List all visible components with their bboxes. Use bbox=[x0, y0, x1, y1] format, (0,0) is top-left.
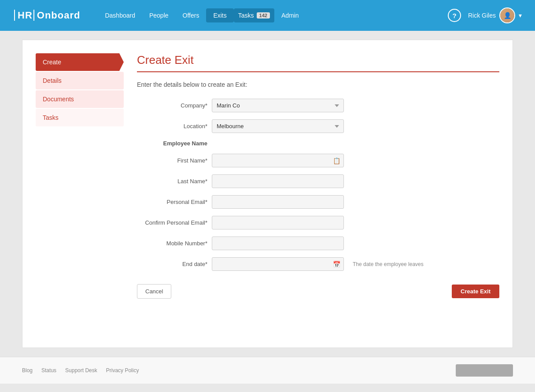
confirm-email-input[interactable] bbox=[212, 216, 344, 229]
sidebar-item-details[interactable]: Details bbox=[36, 72, 124, 89]
location-label: Location* bbox=[137, 123, 207, 129]
sidebar-item-create[interactable]: Create bbox=[36, 53, 124, 71]
username-label: Rick Giles bbox=[468, 12, 496, 19]
company-label: Company* bbox=[137, 102, 207, 109]
page-title: Create Exit bbox=[137, 53, 499, 67]
footer-links: Blog Status Support Desk Privacy Policy bbox=[22, 367, 139, 374]
help-button[interactable]: ? bbox=[448, 9, 461, 22]
navbar: HROnboard Dashboard People Offers Exits … bbox=[0, 0, 535, 31]
avatar: 👤 bbox=[499, 7, 515, 23]
confirm-email-row: Confirm Personal Email* bbox=[137, 216, 499, 229]
tasks-count-badge: 142 bbox=[257, 12, 270, 18]
personal-email-input[interactable] bbox=[212, 195, 344, 209]
end-date-input-wrap: 📅 bbox=[212, 257, 344, 271]
nav-admin[interactable]: Admin bbox=[274, 8, 306, 22]
mobile-row: Mobile Number* bbox=[137, 237, 499, 250]
nav-right: ? Rick Giles 👤 ▾ bbox=[448, 7, 522, 23]
create-exit-button[interactable]: Create Exit bbox=[452, 285, 499, 298]
brand-logo: HROnboard bbox=[13, 10, 80, 21]
last-name-row: Last Name* bbox=[137, 174, 499, 188]
sidebar-item-documents[interactable]: Documents bbox=[36, 90, 124, 108]
confirm-email-label: Confirm Personal Email* bbox=[137, 219, 207, 226]
mobile-input[interactable] bbox=[212, 237, 344, 250]
last-name-label: Last Name* bbox=[137, 178, 207, 185]
end-date-label: End date* bbox=[137, 261, 207, 267]
end-date-input[interactable] bbox=[212, 257, 344, 271]
sidebar: Create Details Documents Tasks bbox=[36, 53, 124, 299]
personal-email-row: Personal Email* bbox=[137, 195, 499, 209]
nav-tasks[interactable]: Tasks 142 bbox=[234, 8, 274, 22]
last-name-input[interactable] bbox=[212, 174, 344, 188]
user-menu[interactable]: Rick Giles 👤 ▾ bbox=[468, 7, 522, 23]
first-name-input-wrap: 📋 bbox=[212, 154, 344, 167]
first-name-row: First Name* 📋 bbox=[137, 154, 499, 167]
form-intro: Enter the details below to create an Exi… bbox=[137, 81, 499, 88]
nav-dashboard[interactable]: Dashboard bbox=[98, 8, 142, 22]
mobile-label: Mobile Number* bbox=[137, 240, 207, 247]
nav-links: Dashboard People Offers Exits Tasks 142 … bbox=[98, 8, 448, 22]
dropdown-icon: ▾ bbox=[519, 12, 522, 19]
employee-name-row: Employee Name bbox=[137, 140, 499, 147]
form-actions: Cancel Create Exit bbox=[137, 284, 499, 299]
footer: Blog Status Support Desk Privacy Policy bbox=[0, 357, 535, 384]
footer-privacy[interactable]: Privacy Policy bbox=[106, 367, 139, 374]
nav-offers[interactable]: Offers bbox=[176, 8, 207, 22]
cancel-button[interactable]: Cancel bbox=[137, 284, 171, 299]
sidebar-item-tasks[interactable]: Tasks bbox=[36, 109, 124, 126]
nav-exits[interactable]: Exits bbox=[206, 8, 233, 22]
calendar-icon: 📋 bbox=[333, 157, 340, 164]
date-calendar-icon[interactable]: 📅 bbox=[333, 261, 340, 268]
company-row: Company* Marin Co bbox=[137, 99, 499, 112]
footer-support[interactable]: Support Desk bbox=[65, 367, 97, 374]
content-area: Create Details Documents Tasks Create Ex… bbox=[22, 40, 513, 312]
nav-people[interactable]: People bbox=[142, 8, 176, 22]
location-select[interactable]: Melbourne bbox=[212, 119, 344, 133]
footer-logo-placeholder bbox=[456, 364, 513, 377]
personal-email-label: Personal Email* bbox=[137, 199, 207, 205]
main-wrapper: Create Details Documents Tasks Create Ex… bbox=[22, 40, 513, 348]
footer-status[interactable]: Status bbox=[41, 367, 56, 374]
end-date-row: End date* 📅 The date the employee leaves bbox=[137, 257, 499, 271]
location-row: Location* Melbourne bbox=[137, 119, 499, 133]
first-name-input[interactable] bbox=[212, 154, 344, 167]
footer-blog[interactable]: Blog bbox=[22, 367, 33, 374]
first-name-label: First Name* bbox=[137, 157, 207, 164]
end-date-hint: The date the employee leaves bbox=[353, 261, 424, 267]
form-area: Create Exit Enter the details below to c… bbox=[137, 53, 499, 299]
employee-name-label: Employee Name bbox=[137, 140, 207, 147]
company-select[interactable]: Marin Co bbox=[212, 99, 344, 112]
title-divider bbox=[137, 71, 499, 72]
